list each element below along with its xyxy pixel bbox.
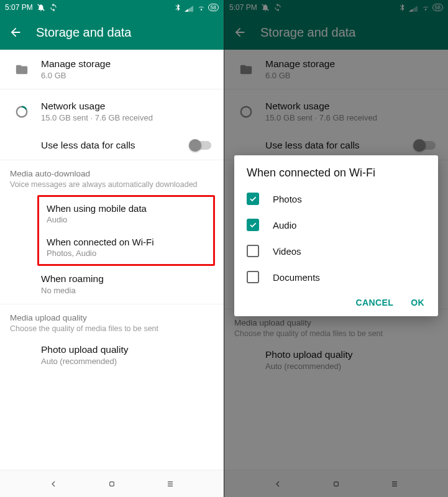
option-documents-label: Documents	[273, 272, 320, 283]
cancel-button[interactable]: CANCEL	[355, 298, 393, 308]
svg-rect-3	[110, 481, 114, 486]
svg-point-1	[200, 9, 201, 10]
ok-button[interactable]: OK	[411, 298, 424, 308]
use-less-data-row[interactable]: Use less data for calls	[0, 131, 224, 160]
manage-storage-sub: 6.0 GB	[41, 71, 214, 80]
option-photos-label: Photos	[273, 194, 302, 204]
manage-storage-title: Manage storage	[41, 58, 214, 70]
dialog-title: When connected on Wi-Fi	[234, 155, 438, 186]
nav-home-icon[interactable]	[107, 479, 117, 489]
option-videos[interactable]: Videos	[234, 238, 438, 264]
manage-storage-row[interactable]: Manage storage 6.0 GB	[0, 50, 224, 89]
wifi-title: When connected on Wi-Fi	[47, 237, 206, 247]
nav-bar	[0, 470, 224, 497]
checkbox-audio[interactable]	[247, 219, 259, 231]
mobile-data-row[interactable]: When using mobile data Audio	[39, 197, 213, 230]
use-less-data-toggle[interactable]	[190, 141, 211, 150]
media-section-header: Media auto-download Voice messages are a…	[0, 160, 224, 191]
mobile-data-sub: Audio	[47, 215, 206, 224]
network-usage-sub: 15.0 GB sent · 7.6 GB received	[41, 113, 214, 122]
photo-quality-row[interactable]: Photo upload quality Auto (recommended)	[0, 335, 224, 375]
use-less-data-title: Use less data for calls	[41, 140, 190, 151]
status-time: 5:07 PM	[5, 3, 33, 12]
roaming-title: When roaming	[41, 273, 214, 285]
upload-section-header: Media upload quality Choose the quality …	[0, 304, 224, 335]
data-usage-icon	[15, 105, 29, 119]
screen-storage-and-data: 5:07 PM 58 Storage and data Manage stora…	[0, 0, 224, 497]
media-section-sub: Voice messages are always automatically …	[10, 180, 214, 189]
nav-recents-icon[interactable]	[165, 479, 175, 489]
roaming-sub: No media	[41, 286, 214, 295]
checkbox-photos[interactable]	[247, 193, 259, 205]
signal-icon	[185, 4, 194, 11]
mobile-data-title: When using mobile data	[47, 203, 206, 214]
wifi-row[interactable]: When connected on Wi-Fi Photos, Audio	[39, 230, 213, 264]
dialog-actions: CANCEL OK	[234, 290, 438, 312]
option-videos-label: Videos	[273, 246, 301, 257]
bluetooth-icon	[173, 3, 182, 12]
highlight-annotation: When using mobile data Audio When connec…	[37, 195, 215, 266]
app-bar: Storage and data	[0, 15, 224, 50]
back-icon[interactable]	[9, 25, 22, 39]
dnd-icon	[37, 3, 45, 12]
photo-quality-title: Photo upload quality	[41, 344, 214, 355]
page-title: Storage and data	[36, 25, 131, 40]
folder-icon	[15, 63, 29, 76]
content-area: Manage storage 6.0 GB Network usage 15.0…	[0, 50, 224, 375]
wifi-icon	[197, 3, 206, 12]
sync-icon	[49, 3, 58, 12]
network-usage-title: Network usage	[41, 101, 214, 112]
checkbox-videos[interactable]	[247, 245, 259, 257]
nav-back-icon[interactable]	[48, 479, 58, 489]
checkbox-documents[interactable]	[247, 271, 259, 283]
option-photos[interactable]: Photos	[234, 186, 438, 212]
screen-wifi-dialog: 5:07 PM 58 Storage and data Manage stora…	[224, 0, 448, 497]
upload-section-title: Media upload quality	[10, 313, 214, 322]
roaming-row[interactable]: When roaming No media	[0, 270, 224, 304]
network-usage-row[interactable]: Network usage 15.0 GB sent · 7.6 GB rece…	[0, 89, 224, 131]
wifi-download-dialog: When connected on Wi-Fi Photos Audio Vid…	[234, 155, 438, 316]
media-section-title: Media auto-download	[10, 169, 214, 178]
option-documents[interactable]: Documents	[234, 264, 438, 290]
wifi-sub: Photos, Audio	[47, 248, 206, 258]
photo-quality-sub: Auto (recommended)	[41, 357, 214, 366]
option-audio[interactable]: Audio	[234, 212, 438, 238]
option-audio-label: Audio	[273, 220, 296, 230]
status-bar: 5:07 PM 58	[0, 0, 224, 15]
upload-section-sub: Choose the quality of media files to be …	[10, 324, 214, 333]
battery-indicator: 58	[208, 4, 219, 11]
